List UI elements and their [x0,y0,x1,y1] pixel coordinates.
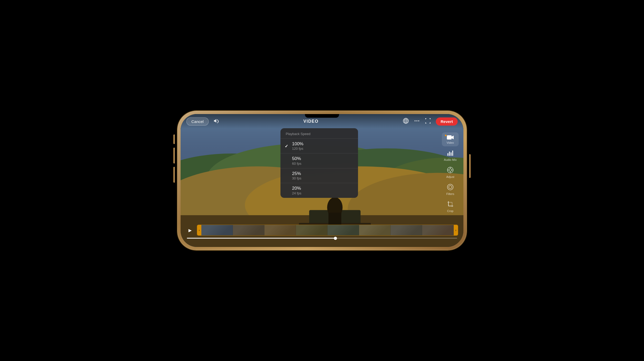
audio-mix-icon [447,149,454,157]
timeline-thumb-left[interactable]: ‹ [197,225,201,235]
speed-percent-25: 25% [292,171,353,176]
play-button[interactable]: ▶ [186,226,194,234]
volume-up-button[interactable] [173,148,175,163]
speed-fps-20: 24 fps [292,191,353,195]
tool-audio-mix[interactable]: Audio Mix [442,147,459,163]
tool-adjust-label: Adjust [446,175,454,178]
speed-percent-50: 50% [292,156,353,161]
video-cam-wrapper: ▶ [447,135,454,140]
toolbar-right: Revert [403,117,458,126]
toolbar-left: Cancel [186,117,219,126]
notch [305,114,339,118]
speed-fps-50: 60 fps [292,162,353,166]
speed-dropdown-title: Playback Speed [280,128,358,138]
speed-option-25[interactable]: 25% 30 fps [280,168,358,183]
speed-fps-25: 30 fps [292,176,353,180]
speed-percent-100: 100% [292,141,353,147]
revert-button[interactable]: Revert [436,117,458,126]
sidebar-tools: ▶ Video Audio [442,132,459,215]
frame-4 [296,225,328,235]
speed-fps-100: 120 fps [292,147,353,151]
svg-rect-13 [328,213,341,225]
filters-icon [447,184,454,192]
settings-icon[interactable] [403,118,409,125]
play-dot: ▶ [445,134,447,136]
more-options-icon[interactable] [414,118,420,125]
crop-icon [447,201,454,209]
selected-checkmark: ✓ [285,143,288,148]
volume-down-button[interactable] [173,167,175,183]
frame-8 [422,225,454,235]
frame-1 [201,225,233,235]
tool-video[interactable]: ▶ Video [442,132,459,146]
tool-video-label: Video [447,141,454,144]
tool-audio-mix-label: Audio Mix [444,158,457,161]
frame-7 [391,225,422,235]
speed-option-50[interactable]: 50% 60 fps [280,153,358,168]
tool-crop[interactable]: Crop [442,199,459,215]
timeline-scrubber[interactable]: ‹ › [197,225,458,236]
svg-rect-19 [447,135,452,140]
phone-frame: Cancel VIDEO [177,111,467,250]
cancel-button[interactable]: Cancel [186,117,209,126]
frame-6 [359,225,391,235]
tool-filters-label: Filters [446,192,454,195]
frame-3 [264,225,296,235]
svg-point-30 [447,184,453,190]
timeline-row: ▶ ‹ › [186,225,458,236]
speed-dropdown: Playback Speed ✓ 100% 120 fps 50% 60 fps… [280,128,358,198]
svg-point-17 [416,120,417,121]
svg-point-18 [418,120,419,121]
progress-fill [187,238,335,239]
speed-option-20[interactable]: 20% 24 fps [280,183,358,198]
adjust-icon [447,167,454,174]
svg-rect-23 [452,151,453,156]
svg-point-16 [415,120,416,121]
tool-filters[interactable]: Filters [442,182,459,198]
frame-5 [328,225,359,235]
svg-rect-20 [447,153,448,156]
svg-rect-22 [451,152,452,156]
phone-screen: Cancel VIDEO [181,114,463,247]
tool-crop-label: Crop [447,209,453,213]
mute-button[interactable] [173,135,175,144]
bottom-controls: ▶ ‹ › [181,225,463,239]
frame-2 [233,225,264,235]
power-button[interactable] [469,154,471,178]
tool-adjust[interactable]: Adjust [442,164,459,180]
progress-dot [334,237,337,240]
video-title: VIDEO [303,119,318,124]
svg-point-31 [449,185,452,189]
progress-bar[interactable] [187,238,457,239]
speed-percent-20: 20% [292,186,353,191]
timeline-thumb-right[interactable]: › [454,225,458,235]
speed-option-100[interactable]: ✓ 100% 120 fps [280,138,358,153]
crosshair-icon[interactable] [425,118,431,125]
svg-point-25 [449,169,452,171]
volume-icon[interactable] [213,118,219,125]
timeline-frames [201,225,454,235]
svg-rect-21 [449,152,450,156]
